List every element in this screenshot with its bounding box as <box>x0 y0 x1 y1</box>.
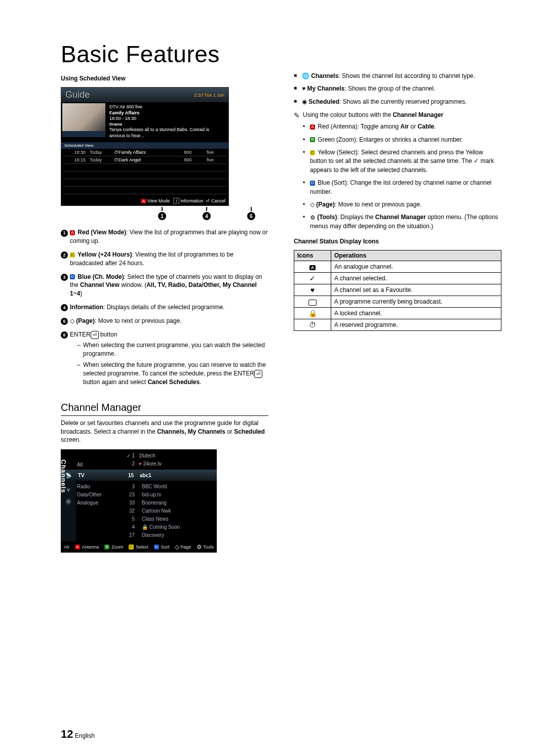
list-item: ♥ My Channels: Shows the group of the ch… <box>294 85 501 93</box>
heart-icon: ♥ <box>302 85 305 92</box>
note: ✎ Using the colour buttons with the Chan… <box>294 111 501 119</box>
red-dot-icon: A <box>75 544 80 550</box>
updown-icon: ◇ <box>310 200 315 209</box>
cm-header-row: 📡 TV 15 abc1 <box>61 470 217 481</box>
channel-manager-screenshot: Channels All ✓ 1 2 1futech ♥ 24ore.tv 📡 <box>61 449 217 553</box>
callout-1: 1 <box>158 212 166 220</box>
info-i-icon: i <box>173 198 179 204</box>
th-operations: Operations <box>331 250 501 261</box>
icons-heading: Channel Status Display Icons <box>294 238 501 245</box>
list-item: ◇ (Page): Move to next or previous page. <box>303 200 501 209</box>
red-a-icon: A <box>141 199 146 203</box>
square-bullet-icon <box>294 72 302 80</box>
analogue-a-icon: A <box>309 265 316 270</box>
info-time: 18:00 - 18:30 <box>109 116 225 122</box>
list-item: 2 C Yellow (+24 Hours): Viewing the list… <box>61 250 268 268</box>
block-bullet-list: 🌐 Channels: Shows the channel list accor… <box>294 72 501 106</box>
list-item: 5 ◇ (Page): Move to next or previous pag… <box>61 317 268 325</box>
note-icon: ✎ <box>294 111 303 119</box>
target-icon: ◉ <box>302 98 307 105</box>
yellow-c-icon: C <box>70 253 75 258</box>
green-dot-icon: B <box>104 544 109 550</box>
programme-thumbnail <box>62 103 105 131</box>
scheduled-view-heading: Using Scheduled View <box>61 75 268 82</box>
green-b-icon: B <box>310 137 315 142</box>
page-number: 12 <box>61 728 73 740</box>
enter-icon: ⏎ <box>206 198 210 203</box>
lock-icon: 🔒 <box>294 308 331 319</box>
manual-page: Basic Features Using Scheduled View Guid… <box>0 0 547 756</box>
right-column: 🌐 Channels: Shows the channel list accor… <box>294 72 501 553</box>
callout-4: 4 <box>203 212 211 220</box>
sub-bullet: When selecting the current programme, yo… <box>77 341 268 358</box>
left-column: Using Scheduled View Guide 2:10 Tue 1 Ju… <box>61 72 268 553</box>
channel-status-icons-table: Icons Operations A An analogue channel. … <box>294 250 501 331</box>
enter-icon: ⏎ <box>254 370 262 378</box>
page-title: Basic Features <box>61 40 501 68</box>
sub-bullet: When selecting the future programme, you… <box>77 361 268 386</box>
guide-info-row: DTV Air 800 five Family Affairs 18:00 - … <box>61 102 228 141</box>
table-row: A An analogue channel. <box>294 261 501 273</box>
programme-info: DTV Air 800 five Family Affairs 18:00 - … <box>106 102 228 141</box>
square-bullet-icon <box>294 98 302 106</box>
blue-d-icon: D <box>70 274 75 279</box>
updown-icon: ◇ <box>70 317 74 325</box>
guide-titlebar: Guide 2:10 Tue 1 Jun <box>61 88 228 102</box>
tools-icon: ⚙ <box>310 214 316 222</box>
tools-icon: ⚙ <box>197 543 202 551</box>
list-item: 3 D Blue (Ch. Mode): Select the type of … <box>61 273 268 298</box>
cm-cat-all: All <box>76 449 113 470</box>
list-item: D Blue (Sort): Change the list ordered b… <box>303 179 501 196</box>
yellow-dot-icon: C <box>129 544 134 550</box>
list-item: 1 A Red (View Mode): View the list of pr… <box>61 228 268 245</box>
guide-row: 18:30 Today ⏱Family Affairs 800 five <box>63 149 226 156</box>
info-desc: Tanya confesses all to a stunned Babs. C… <box>109 127 225 139</box>
tv-icon <box>308 300 317 306</box>
red-a-icon: A <box>70 230 75 235</box>
red-a-icon: A <box>310 124 315 130</box>
enter-icon: ⏎ <box>91 331 99 339</box>
dot-list: A Red (Antenna): Toggle among Air or Cab… <box>303 122 501 231</box>
guide-table: 18:30 Today ⏱Family Affairs 800 five 19:… <box>63 149 226 194</box>
list-item: 4 Information: Displays details of the s… <box>61 303 268 312</box>
cm-body: ♥ ◉ Radio Data/Other Analogue 3 23 33 32… <box>61 481 217 541</box>
guide-screenshot: Guide 2:10 Tue 1 Jun DTV Air 800 five Fa… <box>61 87 229 206</box>
list-item: ◉ Scheduled: Shows all the currently res… <box>294 98 501 106</box>
updown-icon: ◇ <box>175 543 179 551</box>
info-programme: Family Affairs <box>109 110 225 116</box>
channels-side-label: Channels <box>59 459 67 493</box>
clock-icon: ⏱ <box>294 319 331 331</box>
heart-icon: ♥ <box>294 284 331 296</box>
square-bullet-icon <box>294 85 302 93</box>
guide-row: 19:15 Today ⏱Dark Angel 800 five <box>63 156 226 163</box>
yellow-c-icon: C <box>310 150 315 155</box>
table-row: ♥ A channel set as a Favourite. <box>294 284 501 296</box>
channel-manager-intro: Delete or set favourites channels and us… <box>61 419 268 444</box>
list-item: 6 ENTER⏎ button When selecting the curre… <box>61 330 268 390</box>
list-item: A Red (Antenna): Toggle among Air or Cab… <box>303 122 501 131</box>
cm-top-area: All ✓ 1 2 1futech ♥ 24ore.tv <box>61 449 217 470</box>
table-row: ⏱ A reserved programme. <box>294 319 501 331</box>
guide-footer: AView Mode iInformation ⏎ Cancel <box>61 196 228 205</box>
info-source: DTV Air 800 five <box>109 104 225 110</box>
scheduled-view-label: Scheduled View <box>61 142 228 149</box>
table-row: A programme currently being broadcast. <box>294 296 501 308</box>
blue-d-icon: D <box>310 181 315 186</box>
list-item: ⚙ (Tools): Displays the Channel Manager … <box>303 213 501 231</box>
guide-clock: 2:10 Tue 1 Jun <box>194 93 224 98</box>
page-footer: 12 English <box>61 728 95 741</box>
table-row: ✓ A channel selected. <box>294 273 501 284</box>
lock-icon: 🔒 <box>142 524 148 530</box>
list-item: C Yellow (Select): Select desired channe… <box>303 148 501 175</box>
two-column-layout: Using Scheduled View Guide 2:10 Tue 1 Ju… <box>61 72 501 553</box>
blue-dot-icon: D <box>154 544 159 550</box>
guide-title-text: Guide <box>65 90 90 100</box>
list-item: B Green (Zoom): Enlarges or shrinks a ch… <box>303 136 501 144</box>
list-item: 🌐 Channels: Shows the channel list accor… <box>294 72 501 80</box>
clock-icon: ◉ <box>61 497 76 505</box>
callout-numbers: 1 4 6 <box>61 207 268 221</box>
page-lang: English <box>75 732 95 739</box>
table-row: 🔒 A locked channel. <box>294 308 501 319</box>
check-icon: ✓ <box>294 273 331 284</box>
cm-footer: Air AAntenna BZoom CSelect DSort ◇ Page … <box>61 541 217 553</box>
